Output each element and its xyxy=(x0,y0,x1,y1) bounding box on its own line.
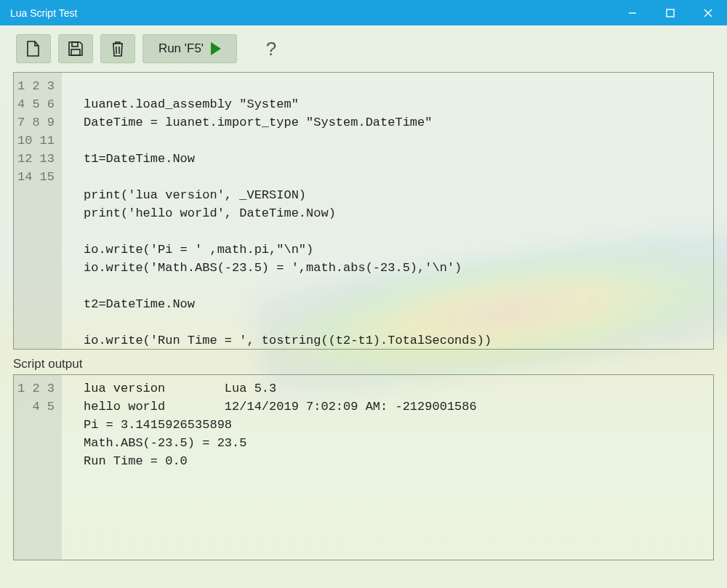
output-panel[interactable]: 1 2 3 4 5 lua version Lua 5.3 hello worl… xyxy=(13,374,714,560)
titlebar: Lua Script Test xyxy=(0,0,727,25)
help-button[interactable]: ? xyxy=(262,38,281,60)
minimize-icon xyxy=(628,9,637,17)
toolbar: Run 'F5' ? xyxy=(0,25,727,72)
svg-rect-4 xyxy=(72,42,78,47)
close-icon xyxy=(704,9,712,17)
save-icon xyxy=(68,41,84,57)
run-button[interactable]: Run 'F5' xyxy=(142,34,237,63)
new-file-button[interactable] xyxy=(16,34,51,63)
output-section-label: Script output xyxy=(13,357,714,371)
window-close-button[interactable] xyxy=(689,0,727,25)
save-button[interactable] xyxy=(58,34,93,63)
output-code-area: lua version Lua 5.3 hello world 12/14/20… xyxy=(62,375,713,560)
script-code-area[interactable]: luanet.load_assembly "System" DateTime =… xyxy=(62,73,713,349)
script-gutter: 1 2 3 4 5 6 7 8 9 10 11 12 13 14 15 xyxy=(14,73,62,349)
svg-rect-1 xyxy=(667,9,674,17)
maximize-icon xyxy=(666,9,675,17)
trash-icon xyxy=(111,40,125,57)
script-editor[interactable]: 1 2 3 4 5 6 7 8 9 10 11 12 13 14 15 luan… xyxy=(13,72,714,350)
svg-rect-5 xyxy=(71,49,80,55)
output-gutter: 1 2 3 4 5 xyxy=(14,375,62,560)
app-window: Lua Script Test xyxy=(0,0,727,588)
play-icon xyxy=(211,42,221,55)
window-maximize-button[interactable] xyxy=(651,0,689,25)
new-file-icon xyxy=(26,40,41,57)
window-minimize-button[interactable] xyxy=(614,0,651,25)
run-button-label: Run 'F5' xyxy=(158,41,204,56)
window-title: Lua Script Test xyxy=(0,7,614,19)
delete-button[interactable] xyxy=(100,34,135,63)
